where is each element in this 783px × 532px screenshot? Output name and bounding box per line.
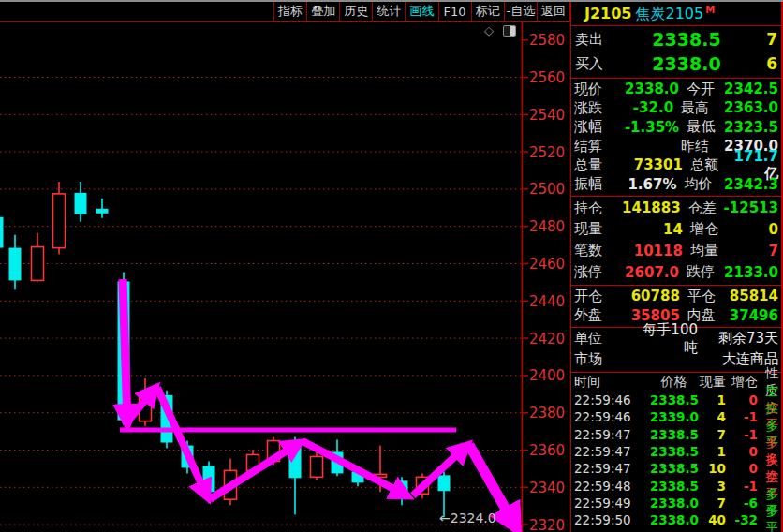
tape-time: 22:59:47 — [574, 461, 649, 476]
toolbar-button-draw-line[interactable]: 画线 — [406, 2, 438, 21]
ask-price: 2338.5 — [627, 29, 746, 50]
stat-row: 涨停2607.0跌停2133.0 — [574, 261, 778, 283]
trend-arrow[interactable] — [123, 279, 127, 422]
stat-label: 昨结 — [681, 138, 724, 155]
candle-body — [9, 248, 22, 281]
tape-volume: 7 — [699, 495, 726, 510]
stat-label: 涨幅 — [574, 118, 625, 136]
stat-label: 振幅 — [574, 175, 628, 193]
price-axis-label: 2460 — [529, 256, 565, 273]
tape-price: 2338.5 — [649, 479, 699, 494]
info-value: 每手100吨 — [632, 321, 698, 357]
tape-row[interactable]: 22:59:472338.57-1多平 — [574, 426, 778, 443]
stat-label: 开仓 — [574, 288, 631, 305]
toolbar-button-indicator[interactable]: 指标 — [274, 2, 307, 21]
tape-time: 22:59:47 — [574, 427, 649, 442]
stats-sections: 现价2338.0今开2342.5涨跌-32.0最高2363.0涨幅-1.35%最… — [571, 79, 781, 328]
stat-value: 2363.0 — [724, 99, 778, 116]
chart-pane: 2580256025402520250024802460244024202400… — [0, 22, 570, 532]
stat-label: 总额 — [690, 156, 733, 174]
price-axis-label: 2380 — [529, 405, 565, 421]
info-row: 单位每手100吨剩余73天 — [574, 329, 778, 349]
toolbar-button-statistics[interactable]: 统计 — [373, 2, 406, 21]
price-axis-label: 2520 — [529, 144, 565, 161]
tape-price: 2338.0 — [649, 495, 699, 510]
tape-oi-change: -6 — [726, 495, 758, 510]
price-axis-label: 2400 — [529, 367, 565, 384]
ask-volume: 7 — [746, 30, 778, 49]
stat-value: -1.35% — [625, 119, 679, 136]
tape-row[interactable]: 22:59:502338.040-32多平 — [574, 511, 778, 528]
stat-label: 现价 — [574, 81, 625, 98]
toolbar-button-remove-watchlist[interactable]: -自选 — [505, 2, 538, 21]
panel-toggle-icon[interactable] — [503, 25, 516, 37]
tape-oi-change: 0 — [726, 461, 758, 476]
tape-price: 2338.5 — [649, 392, 699, 407]
stat-label: 现量 — [574, 220, 632, 238]
info-value: 剩余73天 — [698, 330, 778, 347]
toolbar-button-back[interactable]: 返回 — [538, 2, 570, 21]
stat-label: 跌停 — [687, 263, 724, 281]
stat-label: 均价 — [684, 175, 724, 193]
toolbar-buttons: 指标叠加历史统计画线F10标记-自选返回 — [274, 2, 570, 21]
stat-value: 2342.3 — [724, 176, 778, 193]
candle-body — [75, 193, 87, 214]
stat-value: 2133.0 — [724, 264, 778, 281]
tape-row[interactable]: 22:59:482338.53-1空平 — [574, 477, 778, 494]
info-label: 市场 — [574, 350, 632, 368]
stat-row: 现量14增仓0 — [574, 219, 778, 241]
tick-tape: 时间价格现量增仓性质 22:59:462338.510空换22:59:46233… — [571, 373, 781, 528]
tape-volume: 1 — [699, 444, 726, 459]
tape-volume: 40 — [699, 512, 726, 527]
price-axis-label: 2420 — [529, 331, 565, 347]
toolbar-button-mark[interactable]: 标记 — [472, 2, 505, 21]
tape-row[interactable]: 22:59:472338.510多换 — [574, 443, 778, 460]
stat-value: 0 — [733, 221, 778, 238]
stat-value: 2342.5 — [724, 81, 778, 97]
price-axis-label: 2540 — [529, 107, 565, 124]
stat-value: -12513 — [724, 200, 778, 216]
low-price-label: ←2324.0 — [439, 510, 496, 525]
quote-panel: J2105焦炭2105M 卖出2338.57买入2338.06 现价2338.0… — [570, 2, 783, 532]
tape-col-header: 价格 — [649, 374, 699, 391]
contract-info-section: 单位每手100吨剩余73天市场大连商品 — [571, 328, 781, 373]
trading-terminal: 指标叠加历史统计画线F10标记-自选返回 2580256025402520250… — [0, 0, 783, 532]
stat-value: 37496 — [730, 307, 778, 324]
diamond-icon[interactable]: ◇ — [484, 24, 494, 37]
tape-col-header: 现量 — [699, 374, 726, 391]
candlestick-chart[interactable]: 2580256025402520250024802460244024202400… — [0, 22, 570, 532]
stat-row: 总量73301总额171.7亿 — [574, 155, 778, 174]
toolbar-button-overlay[interactable]: 叠加 — [307, 2, 340, 21]
stats-section: 持仓141883仓差-12513现量14增仓0笔数10118均量7涨停2607.… — [571, 197, 781, 286]
contract-code: J2105 — [584, 5, 631, 22]
info-label: 单位 — [574, 330, 632, 347]
stat-value: 14 — [632, 221, 683, 238]
tape-row[interactable]: 22:59:462338.510空换 — [574, 392, 778, 408]
tape-nature: 多平 — [758, 503, 778, 532]
stat-label: 持仓 — [574, 200, 622, 217]
tape-time: 22:59:46 — [574, 392, 649, 407]
tape-row[interactable]: 22:59:462339.04-1空平 — [574, 408, 778, 425]
tape-price: 2338.0 — [649, 512, 699, 527]
stat-row: 持仓141883仓差-12513 — [574, 198, 778, 219]
candle-body — [311, 456, 323, 477]
stat-row: 笔数10118均量7 — [574, 240, 778, 261]
candle-body — [438, 475, 451, 491]
tape-row[interactable]: 22:59:492338.07-6多平 — [574, 495, 778, 511]
stat-label: 外盘 — [574, 306, 631, 324]
tape-row[interactable]: 22:59:472338.5100多换 — [574, 460, 778, 477]
ask-label: 卖出 — [574, 31, 627, 49]
candle-body — [96, 209, 109, 214]
tape-time: 22:59:48 — [574, 479, 649, 494]
toolbar-button-f10[interactable]: F10 — [439, 2, 472, 21]
toolbar-button-history[interactable]: 历史 — [340, 2, 373, 21]
chart-toolbar: 指标叠加历史统计画线F10标记-自选返回 — [0, 2, 570, 22]
price-axis-label: 2560 — [529, 69, 565, 86]
trend-arrow[interactable] — [210, 443, 299, 499]
stat-value: 2338.0 — [625, 81, 679, 97]
tape-price: 2338.5 — [649, 461, 699, 476]
stat-value: -32.0 — [632, 99, 673, 116]
contract-header[interactable]: J2105焦炭2105M — [571, 2, 781, 26]
stat-label: 今开 — [687, 81, 724, 98]
stat-label: 最低 — [687, 118, 724, 136]
